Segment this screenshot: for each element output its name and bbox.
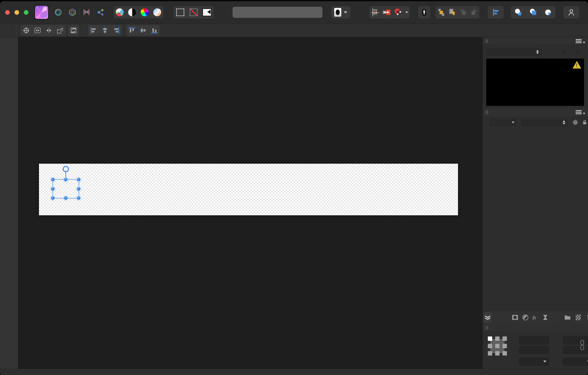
blend-mode-dropdown[interactable] <box>520 118 569 127</box>
liquify-persona-button[interactable] <box>126 6 138 19</box>
fullscreen-button[interactable] <box>24 10 28 15</box>
intersect-selection-button[interactable] <box>200 6 213 19</box>
geometry-divide-button[interactable] <box>541 6 555 19</box>
snapping-grid-button[interactable] <box>369 6 381 19</box>
layer-effects-button[interactable]: fx <box>532 314 539 321</box>
arrange-forward-one-button[interactable] <box>447 6 458 19</box>
transform-mode-button[interactable] <box>68 25 79 36</box>
close-button[interactable] <box>5 10 10 15</box>
live-filter-button[interactable] <box>542 314 549 321</box>
adjustment-layer-button[interactable] <box>522 314 529 321</box>
shear-dropdown[interactable] <box>563 357 588 365</box>
link-dimensions-icon[interactable] <box>580 340 583 348</box>
panel-drag-handle[interactable] <box>484 324 489 332</box>
geometry-subtract-button[interactable] <box>526 6 541 19</box>
resize-handle-nw[interactable] <box>51 177 55 182</box>
anchor-point-selector[interactable] <box>488 336 507 355</box>
arrange-group <box>436 6 479 19</box>
arrange-back-one-button[interactable] <box>436 6 447 19</box>
swirl-app-icon[interactable] <box>53 7 63 17</box>
new-group-button[interactable] <box>564 314 571 321</box>
histogram-warning-icon[interactable] <box>573 61 581 69</box>
sprite-sheet-canvas[interactable] <box>39 164 458 215</box>
develop-persona-button[interactable] <box>138 6 151 19</box>
chevron-down-icon <box>587 361 588 363</box>
opacity-dropdown[interactable] <box>489 118 518 127</box>
resize-handle-n[interactable] <box>63 177 68 182</box>
marquee-checkbox[interactable] <box>575 49 581 55</box>
anchor-right[interactable] <box>503 344 507 348</box>
titlebar <box>0 1 588 24</box>
anchor-top[interactable] <box>495 336 500 341</box>
resize-handle-sw[interactable] <box>51 196 55 200</box>
new-selection-button[interactable] <box>174 6 187 19</box>
assistant-manager-button[interactable] <box>418 6 430 19</box>
resize-handle-se[interactable] <box>76 196 81 200</box>
panel-drag-handle[interactable] <box>484 108 489 116</box>
channel-select[interactable] <box>486 47 542 57</box>
anchor-left[interactable] <box>488 344 492 348</box>
w-input[interactable] <box>563 336 588 345</box>
align-right-button[interactable] <box>111 25 122 36</box>
show-selection-in-layers-button[interactable] <box>32 25 43 36</box>
nodes-app-icon[interactable] <box>96 7 105 17</box>
divider <box>16 26 16 35</box>
delete-layer-button[interactable] <box>586 314 588 321</box>
selection-mode-group <box>174 6 213 19</box>
layer-lock-icon[interactable] <box>581 119 588 126</box>
mask-layer-button[interactable] <box>511 314 519 321</box>
panel-menu-button[interactable] <box>576 37 585 45</box>
rotation-dropdown[interactable] <box>519 357 549 365</box>
resize-handle-e[interactable] <box>76 186 81 191</box>
duplicate-selection-button[interactable] <box>55 25 66 36</box>
layer-settings-gear-icon[interactable] <box>572 119 579 126</box>
right-panel: fx <box>483 37 588 370</box>
align-vertical-group <box>126 25 160 36</box>
anchor-bottom[interactable] <box>495 351 500 355</box>
align-middle-v-button[interactable] <box>137 25 149 36</box>
affinity-photo-app-icon[interactable] <box>34 5 49 20</box>
align-top-button[interactable] <box>126 25 137 36</box>
flip-horizontal-button[interactable] <box>43 25 55 36</box>
document-title-tab[interactable] <box>232 7 322 18</box>
menu-caret-icon <box>583 42 585 43</box>
subtract-selection-button[interactable] <box>187 6 200 19</box>
selection-bounding-box[interactable] <box>52 179 79 198</box>
resize-handle-s[interactable] <box>63 196 68 200</box>
hexagon-app-icon[interactable] <box>67 7 77 17</box>
align-bottom-button[interactable] <box>149 25 160 36</box>
h-input[interactable] <box>563 346 588 354</box>
panel-menu-button[interactable] <box>576 108 585 116</box>
arrange-to-front-button[interactable] <box>469 6 479 19</box>
minimize-button[interactable] <box>14 10 19 15</box>
layers-checkbox[interactable] <box>561 49 567 55</box>
panel-drag-handle[interactable] <box>484 37 489 45</box>
anchor-top-right[interactable] <box>503 336 507 341</box>
magnet-snapping-button[interactable] <box>392 6 410 19</box>
cycle-selection-box-button[interactable] <box>21 25 32 36</box>
account-button[interactable] <box>563 6 579 19</box>
anchor-bottom-right[interactable] <box>503 351 507 355</box>
assistant-button[interactable] <box>331 6 350 19</box>
y-input[interactable] <box>519 346 549 354</box>
photo-persona-button[interactable] <box>114 6 126 19</box>
anchor-center[interactable] <box>495 344 500 348</box>
layer-stack-button[interactable] <box>484 312 491 323</box>
resize-handle-w[interactable] <box>51 186 55 191</box>
canvas-area[interactable] <box>18 37 483 370</box>
tone-mapping-persona-button[interactable] <box>151 6 163 19</box>
align-center-h-button[interactable] <box>99 25 111 36</box>
arrange-to-back-button[interactable] <box>458 6 469 19</box>
geometry-add-button[interactable] <box>511 6 526 19</box>
align-left-button[interactable] <box>88 25 99 36</box>
anchor-top-left[interactable] <box>488 336 492 341</box>
new-pixel-layer-button[interactable] <box>575 314 582 321</box>
x-input[interactable] <box>519 336 549 345</box>
alignment-button[interactable] <box>488 6 504 19</box>
transform-panel <box>483 334 588 370</box>
rotation-handle[interactable] <box>63 166 69 172</box>
resize-handle-ne[interactable] <box>76 177 81 182</box>
audio-app-icon[interactable] <box>82 7 91 17</box>
anchor-bottom-left[interactable] <box>488 351 492 355</box>
force-pixel-alignment-button[interactable] <box>381 6 392 19</box>
